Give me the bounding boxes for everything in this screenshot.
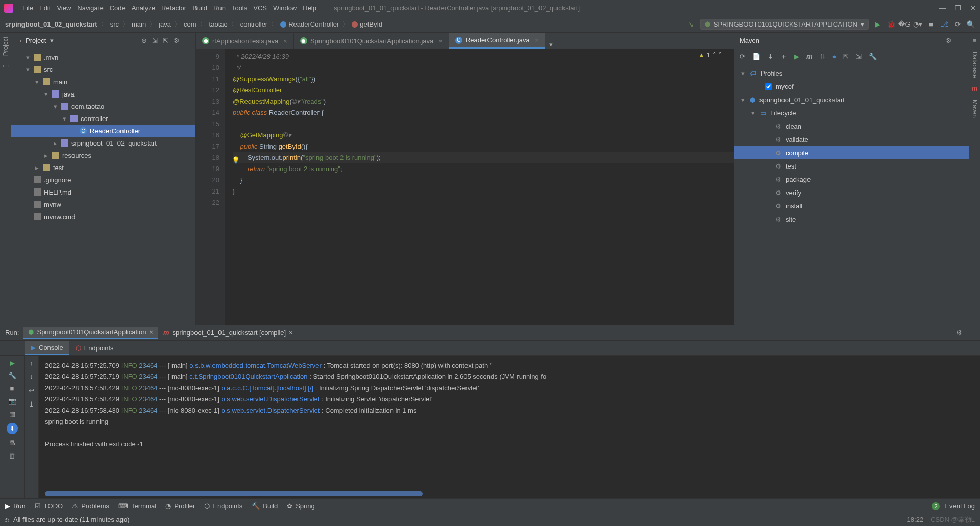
profile-icon[interactable]: ◔▾ — [914, 20, 922, 29]
editor-tabs[interactable]: ⬢rtApplicationTests.java×⬢Springboot0101… — [196, 33, 734, 49]
breadcrumb-item[interactable]: src — [110, 20, 119, 28]
menu-tools[interactable]: Tools — [229, 2, 250, 14]
intention-bulb-icon[interactable]: 💡 — [232, 156, 240, 164]
tree-node[interactable]: CReaderController — [11, 125, 195, 137]
menu-view[interactable]: View — [54, 2, 74, 14]
gear-icon[interactable]: ⚙ — [946, 37, 952, 44]
maven-m-icon[interactable]: m — [972, 85, 978, 92]
console-output[interactable]: 2022-04-28 16:57:25.709 INFO 23464 --- [… — [39, 356, 980, 498]
breadcrumb-item[interactable]: ReaderController — [280, 20, 339, 28]
run-subtab[interactable]: ▶Console — [24, 341, 69, 355]
editor-tab[interactable]: CReaderController.java× — [449, 33, 545, 49]
toolwindow-endpoints[interactable]: ⬡Endpoints — [204, 502, 242, 510]
maven-node[interactable]: ⚙validate — [734, 133, 969, 146]
toolwindow-build[interactable]: 🔨Build — [252, 502, 278, 510]
maven-node[interactable]: ⚙verify — [734, 186, 969, 199]
menu-build[interactable]: Build — [189, 2, 210, 14]
tree-node[interactable]: ▸srpingboot_01_02_quickstart — [11, 137, 195, 149]
project-toolwindow-button[interactable]: Project — [2, 37, 9, 56]
generate-icon[interactable]: 📄 — [752, 53, 761, 60]
scroll-end-icon[interactable]: ⤓ — [29, 400, 34, 408]
toolwindow-problems[interactable]: ⚠Problems — [72, 502, 109, 510]
tree-node[interactable]: mvnw.cmd — [11, 210, 195, 223]
maven-node[interactable]: mycof — [734, 80, 969, 93]
gear-icon[interactable]: ⚙ — [956, 329, 962, 337]
maven-node[interactable]: ▾⬢springboot_01_01_quickstart — [734, 93, 969, 106]
run-subtab[interactable]: ⬡Endpoints — [69, 341, 120, 355]
chevron-down-icon[interactable]: ▾ — [50, 37, 54, 44]
maven-node[interactable]: ▾🏷Profiles — [734, 66, 969, 80]
breadcrumb-item[interactable]: controller — [240, 20, 267, 28]
tree-node[interactable]: ▾com.taotao — [11, 100, 195, 112]
more-tabs-icon[interactable]: ▾ — [545, 41, 557, 49]
tree-node[interactable]: ▾.mvn — [11, 51, 195, 63]
breadcrumb-item[interactable]: taotao — [209, 20, 228, 28]
maven-toolwindow-button[interactable]: Maven — [971, 100, 978, 118]
close-tab-icon[interactable]: × — [283, 37, 287, 45]
settings-icon[interactable]: 🔧 — [869, 53, 877, 60]
breadcrumb-item[interactable]: srpingboot_01_02_quickstart — [5, 20, 97, 28]
expand-icon[interactable]: ⇲ — [152, 37, 158, 44]
delete-icon[interactable]: 🗑 — [9, 452, 15, 460]
toolwindow-terminal[interactable]: ⌨Terminal — [118, 502, 156, 510]
tree-node[interactable]: ▸resources — [11, 149, 195, 161]
tree-node[interactable]: .gitignore — [11, 174, 195, 186]
menu-code[interactable]: Code — [107, 2, 129, 14]
chevron-down-icon[interactable]: ˅ — [718, 51, 722, 59]
tree-node[interactable]: ▸test — [11, 161, 195, 174]
tree-node[interactable]: ▾main — [11, 76, 195, 88]
debug-icon[interactable]: 🐞 — [887, 20, 895, 29]
rerun-icon[interactable]: ▶ — [10, 359, 15, 367]
editor-tab[interactable]: ⬢rtApplicationTests.java× — [196, 33, 294, 49]
expand-icon[interactable]: ⇲ — [856, 53, 862, 60]
source-code[interactable]: * 2022/4/28 16:39 */@SuppressWarnings({"… — [225, 49, 734, 325]
back-icon[interactable]: ↘ — [687, 20, 695, 29]
database-toolwindow-button[interactable]: Database — [971, 52, 978, 78]
hide-icon[interactable]: — — [957, 37, 964, 44]
menu-window[interactable]: Window — [270, 2, 300, 14]
menu-navigate[interactable]: Navigate — [74, 2, 106, 14]
chevron-up-icon[interactable]: ˄ — [713, 51, 716, 59]
run-tab[interactable]: mspringboot_01_01_quickstart [compile]× — [158, 327, 298, 339]
horizontal-scrollbar[interactable] — [45, 491, 423, 496]
down-icon[interactable]: ↓ — [30, 373, 33, 380]
update-icon[interactable]: ⟳ — [953, 20, 962, 29]
menu-analyze[interactable]: Analyze — [129, 2, 158, 14]
maven-node[interactable]: ⚙test — [734, 159, 969, 173]
print-icon[interactable]: 🖶 — [9, 439, 15, 447]
skip-tests-icon[interactable]: ⥮ — [820, 53, 825, 60]
code-editor[interactable]: 910111213141516171819202122 * 2022/4/28 … — [196, 49, 734, 325]
menu-refactor[interactable]: Refactor — [158, 2, 189, 14]
tree-node[interactable]: ▾src — [11, 63, 195, 76]
toolwindow-todo[interactable]: ☑TODO — [35, 502, 63, 510]
menu-help[interactable]: Help — [300, 2, 320, 14]
up-icon[interactable]: ↑ — [30, 359, 33, 367]
breadcrumb-item[interactable]: main — [132, 20, 146, 28]
menu-run[interactable]: Run — [210, 2, 229, 14]
minimize-icon[interactable]: — — [939, 4, 946, 12]
close-icon[interactable]: ✕ — [970, 4, 976, 12]
download-button[interactable]: ⬇ — [7, 423, 18, 434]
maven-node[interactable]: ⚙clean — [734, 119, 969, 133]
maven-node[interactable]: ⚙site — [734, 212, 969, 226]
menu-edit[interactable]: Edit — [36, 2, 54, 14]
stop-icon[interactable]: ■ — [927, 20, 935, 29]
menu-file[interactable]: File — [19, 2, 36, 14]
toolwindow-run[interactable]: ▶Run — [5, 502, 26, 510]
database-icon[interactable]: ≡ — [973, 37, 977, 44]
run-icon[interactable]: ▶ — [794, 53, 799, 60]
hide-icon[interactable]: — — [968, 329, 975, 337]
project-view-icon[interactable]: ▭ — [15, 37, 21, 44]
maven-node[interactable]: ⚙package — [734, 173, 969, 186]
m-icon[interactable]: m — [806, 53, 813, 60]
breadcrumb-item[interactable]: java — [159, 20, 171, 28]
editor-tab[interactable]: ⬢Springboot0101QuickstartApplication.jav… — [294, 33, 449, 49]
soft-wrap-icon[interactable]: ↩ — [29, 387, 34, 394]
inspection-badge[interactable]: ▲ 1 ˄ ˅ — [698, 51, 722, 59]
stop-icon[interactable]: ■ — [10, 385, 14, 392]
tree-node[interactable]: ▾controller — [11, 112, 195, 125]
maven-node[interactable]: ⚙install — [734, 199, 969, 212]
reload-icon[interactable]: ⟳ — [740, 53, 745, 60]
collapse-icon[interactable]: ⇱ — [843, 53, 849, 60]
project-pane-title[interactable]: Project — [26, 37, 46, 44]
